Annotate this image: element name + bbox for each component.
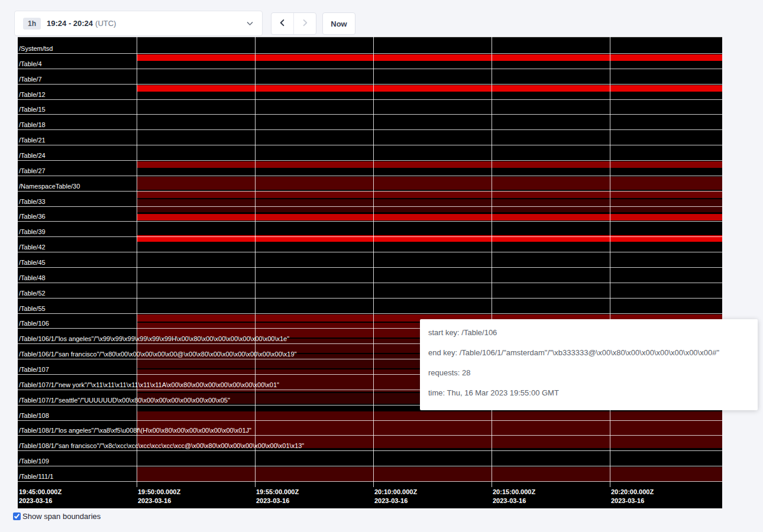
time-axis-label: 20:10:00.000Z2023-03-16	[374, 488, 417, 505]
span-boundary-line	[18, 145, 722, 145]
row-label: /Table/36	[19, 213, 46, 220]
range-text: 19:24 - 20:24	[47, 19, 93, 28]
span-boundary-line	[18, 99, 722, 100]
chevron-down-icon	[246, 20, 254, 27]
tooltip-requests: requests: 28	[428, 367, 749, 379]
span-boundary-line	[18, 435, 722, 436]
span-boundary-line	[18, 313, 722, 314]
row-label: /Table/39	[19, 228, 46, 236]
row-label: /Table/106	[19, 320, 49, 327]
heat-band	[137, 85, 722, 92]
span-boundary-line	[18, 252, 722, 252]
time-axis-label: 20:15:00.000Z2023-03-16	[493, 488, 535, 505]
row-label: /System/tsd	[19, 45, 53, 53]
span-boundary-line	[18, 114, 722, 115]
tooltip-time: time: Thu, 16 Mar 2023 19:55:00 GMT	[428, 387, 749, 399]
tooltip-end-key: end key: /Table/106/1/"amsterdam"/"\xb33…	[428, 347, 749, 359]
row-label: /Table/108/1/"los angeles"/"\xa8\xf5\u00…	[19, 427, 251, 434]
grid-line	[610, 37, 610, 487]
grid-line	[492, 37, 492, 487]
span-boundary-line	[18, 84, 722, 85]
row-label: /Table/33	[19, 198, 46, 206]
heat-band	[137, 54, 722, 61]
chevron-right-icon	[300, 18, 309, 29]
heat-band	[137, 214, 722, 220]
row-label: /Table/52	[19, 290, 46, 297]
row-label: /Table/15	[19, 106, 46, 113]
row-label: /Table/18	[19, 121, 46, 129]
next-range-button[interactable]	[293, 13, 316, 34]
span-boundary-line	[18, 191, 722, 192]
show-span-boundaries-checkbox[interactable]	[13, 512, 21, 520]
tooltip-start-key: start key: /Table/106	[428, 327, 749, 339]
row-label: /Table/107/1/"new york"/"\x11\x11\x11\x1…	[19, 381, 279, 389]
row-label: /Table/45	[19, 259, 46, 267]
span-boundary-line	[18, 298, 722, 299]
row-label: /Table/107/1/"seattle"/"UUUUUUD\x00\x80\…	[19, 397, 230, 404]
heat-band	[137, 177, 722, 190]
row-label: /Table/24	[19, 152, 46, 160]
row-label: /Table/48	[19, 274, 46, 282]
heat-band	[137, 199, 722, 212]
span-boundary-line	[18, 267, 722, 268]
time-axis-label: 19:45:00.000Z2023-03-16	[19, 488, 62, 505]
range-timezone: (UTC)	[95, 19, 116, 28]
row-label: /Table/4	[19, 60, 42, 68]
time-axis-label: 19:50:00.000Z2023-03-16	[138, 488, 180, 505]
row-label: /Table/106/1/"san francisco"/"\x80\x00\x…	[19, 351, 297, 358]
show-span-boundaries-label: Show span boundaries	[22, 512, 101, 521]
row-label: /Table/109	[19, 458, 49, 465]
span-boundary-line	[18, 176, 722, 176]
span-boundary-line	[18, 129, 722, 130]
heat-band	[137, 161, 722, 168]
span-boundary-line	[18, 236, 722, 237]
prev-range-button[interactable]	[271, 13, 293, 34]
time-axis-label: 20:20:00.000Z2023-03-16	[611, 488, 654, 505]
time-axis-label: 19:55:00.000Z2023-03-16	[256, 488, 299, 505]
now-button[interactable]: Now	[322, 12, 355, 35]
time-range-selector[interactable]: 1h 19:24 - 20:24 (UTC)	[14, 11, 263, 36]
span-boundary-line	[18, 206, 722, 207]
span-boundary-line	[18, 450, 722, 451]
grid-line	[373, 37, 374, 487]
show-span-boundaries-control[interactable]: Show span boundaries	[13, 512, 101, 521]
span-boundary-line	[18, 53, 722, 54]
row-label: /Table/12	[19, 91, 46, 99]
chevron-left-icon	[278, 18, 287, 29]
key-visualizer-canvas[interactable]: 19:45:00.000Z2023-03-1619:50:00.000Z2023…	[18, 37, 722, 508]
span-boundary-line	[18, 221, 722, 222]
span-boundary-line	[18, 160, 722, 161]
row-label: /Table/7	[19, 76, 42, 83]
row-label: /Table/42	[19, 244, 46, 251]
row-label: /Table/106/1/"los angeles"/"\x99\x99\x99…	[19, 335, 289, 343]
row-label: /Table/21	[19, 137, 46, 144]
span-boundary-line	[18, 420, 722, 421]
range-duration-badge: 1h	[23, 18, 41, 30]
span-boundary-line	[18, 283, 722, 283]
row-label: /Table/55	[19, 305, 46, 313]
heat-band	[137, 191, 722, 198]
span-boundary-line	[18, 69, 722, 69]
span-boundary-line	[18, 481, 722, 482]
row-label: /Table/107	[19, 366, 49, 374]
row-label: /NamespaceTable/30	[19, 183, 80, 190]
span-boundary-line	[18, 466, 722, 466]
span-boundary-line	[18, 37, 722, 37]
row-label: /Table/108/1/"san francisco"/"\x8c\xcc\x…	[19, 442, 304, 450]
grid-line	[137, 37, 137, 487]
row-label: /Table/108	[19, 412, 49, 420]
keyvis-tooltip: start key: /Table/106 end key: /Table/10…	[420, 319, 758, 410]
range-step-buttons	[271, 12, 316, 35]
grid-line	[255, 37, 256, 487]
heat-band	[137, 467, 722, 482]
row-label: /Table/27	[19, 167, 46, 175]
row-label: /Table/111/1	[19, 473, 53, 481]
